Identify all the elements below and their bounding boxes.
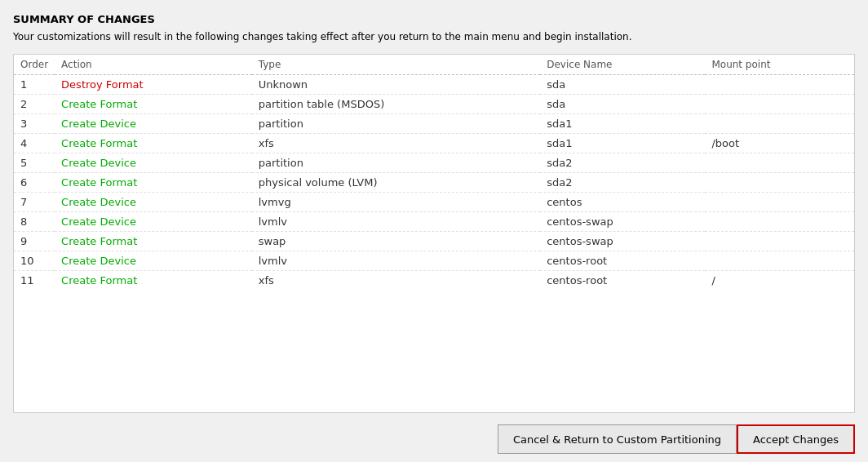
cell-device: sda [540, 94, 705, 113]
table-row: 5Create Devicepartitionsda2 [14, 153, 854, 172]
cell-type: partition [252, 113, 540, 133]
table-row: 9Create Formatswapcentos-swap [14, 231, 854, 251]
cell-action: Create Format [55, 172, 252, 192]
cell-mount [705, 192, 854, 211]
col-action: Action [55, 55, 252, 75]
cell-order: 6 [14, 172, 55, 192]
cell-device: centos-root [540, 270, 705, 290]
cell-type: xfs [252, 133, 540, 153]
cell-device: centos-root [540, 251, 705, 270]
cell-action: Create Device [55, 192, 252, 211]
dialog-footer: Cancel & Return to Custom Partitioning A… [13, 416, 855, 462]
cell-mount [705, 153, 854, 172]
cell-type: Unknown [252, 74, 540, 94]
cell-order: 7 [14, 192, 55, 211]
cell-type: xfs [252, 270, 540, 290]
cell-device: sda1 [540, 113, 705, 133]
table-row: 7Create Devicelvmvgcentos [14, 192, 854, 211]
cell-device: centos [540, 192, 705, 211]
cell-mount [705, 172, 854, 192]
col-mount: Mount point [705, 55, 854, 75]
table-header-row: Order Action Type Device Name Mount poin… [14, 55, 854, 75]
cell-action: Create Format [55, 270, 252, 290]
table-row: 4Create Formatxfssda1/boot [14, 133, 854, 153]
cell-type: swap [252, 231, 540, 251]
table-row: 10Create Devicelvmlvcentos-root [14, 251, 854, 270]
cell-type: lvmlv [252, 211, 540, 231]
cell-device: centos-swap [540, 211, 705, 231]
cell-device: sda2 [540, 153, 705, 172]
cell-order: 4 [14, 133, 55, 153]
cell-order: 1 [14, 74, 55, 94]
cancel-button[interactable]: Cancel & Return to Custom Partitioning [498, 424, 737, 454]
table-row: 11Create Formatxfscentos-root/ [14, 270, 854, 290]
cell-order: 11 [14, 270, 55, 290]
cell-mount: / [705, 270, 854, 290]
cell-order: 2 [14, 94, 55, 113]
table-row: 8Create Devicelvmlvcentos-swap [14, 211, 854, 231]
cell-device: centos-swap [540, 231, 705, 251]
cell-device: sda [540, 74, 705, 94]
cell-mount: /boot [705, 133, 854, 153]
cell-order: 5 [14, 153, 55, 172]
cell-action: Create Device [55, 211, 252, 231]
cell-type: lvmlv [252, 251, 540, 270]
cell-mount [705, 113, 854, 133]
cell-type: lvmvg [252, 192, 540, 211]
col-order: Order [14, 55, 55, 75]
col-device: Device Name [540, 55, 705, 75]
cell-mount [705, 94, 854, 113]
cell-device: sda1 [540, 133, 705, 153]
table-row: 1Destroy FormatUnknownsda [14, 74, 854, 94]
cell-action: Create Format [55, 231, 252, 251]
cell-action: Create Device [55, 113, 252, 133]
changes-table-container: Order Action Type Device Name Mount poin… [13, 54, 855, 413]
cell-action: Create Format [55, 94, 252, 113]
col-type: Type [252, 55, 540, 75]
table-row: 3Create Devicepartitionsda1 [14, 113, 854, 133]
cell-action: Create Format [55, 133, 252, 153]
cell-mount [705, 74, 854, 94]
cell-type: partition [252, 153, 540, 172]
cell-type: partition table (MSDOS) [252, 94, 540, 113]
cell-order: 8 [14, 211, 55, 231]
cell-mount [705, 211, 854, 231]
cell-action: Create Device [55, 251, 252, 270]
cell-order: 3 [14, 113, 55, 133]
cell-order: 10 [14, 251, 55, 270]
cell-action: Create Device [55, 153, 252, 172]
cell-action: Destroy Format [55, 74, 252, 94]
accept-button[interactable]: Accept Changes [737, 424, 855, 454]
cell-mount [705, 231, 854, 251]
table-row: 2Create Formatpartition table (MSDOS)sda [14, 94, 854, 113]
cell-mount [705, 251, 854, 270]
cell-device: sda2 [540, 172, 705, 192]
changes-table: Order Action Type Device Name Mount poin… [14, 55, 854, 290]
table-row: 6Create Formatphysical volume (LVM)sda2 [14, 172, 854, 192]
cell-order: 9 [14, 231, 55, 251]
dialog-description: Your customizations will result in the f… [13, 30, 855, 44]
cell-type: physical volume (LVM) [252, 172, 540, 192]
dialog: SUMMARY OF CHANGES Your customizations w… [0, 0, 868, 462]
dialog-title: SUMMARY OF CHANGES [13, 13, 855, 25]
